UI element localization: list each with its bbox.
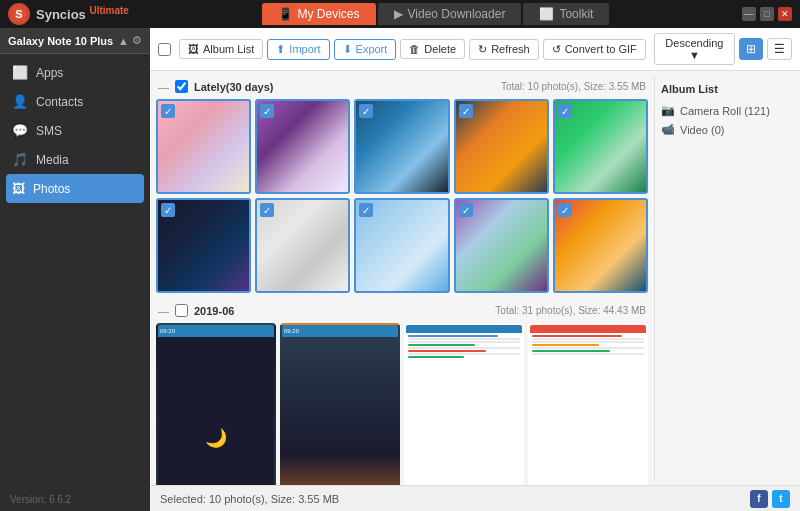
- album-lately-grid: ✓ ✓ ✓ ✓ ✓: [156, 99, 648, 293]
- collapse-2019-icon[interactable]: —: [158, 305, 169, 317]
- sidebar-item-contacts-label: Contacts: [36, 95, 83, 109]
- camera-icon: 📷: [661, 104, 675, 117]
- album-2019: — 2019-06 Total: 31 photo(s), Size: 44.4…: [156, 301, 648, 485]
- album-lately-header: — Lately(30 days) Total: 10 photo(s), Si…: [156, 77, 648, 96]
- main-container: Galaxy Note 10 Plus ▲ ⚙ ⬜ Apps 👤 Contact…: [0, 28, 800, 511]
- video-icon: 📹: [661, 123, 675, 136]
- twitter-button[interactable]: t: [772, 490, 790, 508]
- delete-label: Delete: [424, 43, 456, 55]
- album-lately: — Lately(30 days) Total: 10 photo(s), Si…: [156, 77, 648, 293]
- photo-thumb[interactable]: ✓: [454, 198, 549, 293]
- camera-roll-label: Camera Roll (121): [680, 105, 770, 117]
- album-list-label: Album List: [203, 43, 254, 55]
- photo-checkmark: ✓: [260, 203, 274, 217]
- sidebar-nav: ⬜ Apps 👤 Contacts 💬 SMS 🎵 Media 🖼 Photos: [0, 54, 150, 488]
- tab-video-downloader[interactable]: ▶ Video Downloader: [378, 3, 522, 25]
- toolbar: 🖼 Album List ⬆ Import ⬇ Export 🗑 Delete …: [150, 28, 800, 71]
- photo-checkmark: ✓: [359, 104, 373, 118]
- sort-button[interactable]: Descending ▼: [654, 33, 735, 65]
- right-panel: Album List 📷 Camera Roll (121) 📹 Video (…: [654, 77, 794, 479]
- album-video[interactable]: 📹 Video (0): [661, 120, 788, 139]
- tab-my-devices[interactable]: 📱 My Devices: [262, 3, 376, 25]
- close-button[interactable]: ✕: [778, 7, 792, 21]
- screenshot-thumb[interactable]: [528, 323, 648, 485]
- facebook-button[interactable]: f: [750, 490, 768, 508]
- sidebar-item-sms-label: SMS: [36, 124, 62, 138]
- album-lately-checkbox[interactable]: [175, 80, 188, 93]
- photo-checkmark: ✓: [161, 203, 175, 217]
- photos-icon: 🖼: [12, 181, 25, 196]
- grid-view-button[interactable]: ⊞: [739, 38, 763, 60]
- album-2019-checkbox[interactable]: [175, 304, 188, 317]
- photo-thumb[interactable]: ✓: [354, 198, 449, 293]
- photo-checkmark: ✓: [161, 104, 175, 118]
- device-settings-button[interactable]: ⚙: [132, 34, 142, 47]
- photo-thumb[interactable]: ✓: [354, 99, 449, 194]
- collapse-lately-icon[interactable]: —: [158, 81, 169, 93]
- maximize-button[interactable]: □: [760, 7, 774, 21]
- apps-icon: ⬜: [12, 65, 28, 80]
- delete-icon: 🗑: [409, 43, 420, 55]
- album-camera-roll[interactable]: 📷 Camera Roll (121): [661, 101, 788, 120]
- device-actions: ▲ ⚙: [118, 34, 142, 47]
- select-all-checkbox[interactable]: [158, 43, 171, 56]
- refresh-button[interactable]: ↻ Refresh: [469, 39, 539, 60]
- delete-button[interactable]: 🗑 Delete: [400, 39, 465, 59]
- sidebar-item-contacts[interactable]: 👤 Contacts: [0, 87, 150, 116]
- tab-toolkit-label: Toolkit: [559, 7, 593, 21]
- tab-video-downloader-label: Video Downloader: [408, 7, 506, 21]
- photo-thumb[interactable]: ✓: [156, 99, 251, 194]
- photo-checkmark: ✓: [459, 203, 473, 217]
- app-logo: S: [8, 3, 30, 25]
- media-icon: 🎵: [12, 152, 28, 167]
- sidebar-item-media-label: Media: [36, 153, 69, 167]
- photo-thumb[interactable]: ✓: [454, 99, 549, 194]
- refresh-label: Refresh: [491, 43, 530, 55]
- screenshot-thumb[interactable]: [404, 323, 524, 485]
- device-up-button[interactable]: ▲: [118, 34, 129, 47]
- sidebar-item-media[interactable]: 🎵 Media: [0, 145, 150, 174]
- sidebar: Galaxy Note 10 Plus ▲ ⚙ ⬜ Apps 👤 Contact…: [0, 28, 150, 511]
- app-badge: Ultimate: [89, 5, 128, 16]
- list-view-button[interactable]: ☰: [767, 38, 792, 60]
- video-label: Video (0): [680, 124, 724, 136]
- refresh-icon: ↻: [478, 43, 487, 56]
- nav-tabs: 📱 My Devices ▶ Video Downloader ⬜ Toolki…: [262, 3, 610, 25]
- photos-container: — Lately(30 days) Total: 10 photo(s), Si…: [150, 71, 800, 485]
- photo-thumb[interactable]: ✓: [255, 99, 350, 194]
- status-selected: Selected: 10 photo(s), Size: 3.55 MB: [160, 493, 339, 505]
- sidebar-item-photos-label: Photos: [33, 182, 70, 196]
- photo-thumb[interactable]: ✓: [553, 198, 648, 293]
- photo-thumb[interactable]: ✓: [156, 198, 251, 293]
- photo-checkmark: ✓: [359, 203, 373, 217]
- photo-checkmark: ✓: [558, 203, 572, 217]
- export-button[interactable]: ⬇ Export: [334, 39, 397, 60]
- photo-thumb[interactable]: ✓: [255, 198, 350, 293]
- my-devices-icon: 📱: [278, 7, 293, 21]
- album-lately-total: Total: 10 photo(s), Size: 3.55 MB: [501, 81, 646, 92]
- convert-gif-button[interactable]: ↺ Convert to GIF: [543, 39, 646, 60]
- album-2019-grid: 09:20 🌙 09:20: [156, 323, 648, 485]
- album-list-button[interactable]: 🖼 Album List: [179, 39, 263, 59]
- sidebar-item-apps-label: Apps: [36, 66, 63, 80]
- convert-gif-label: Convert to GIF: [565, 43, 637, 55]
- album-2019-total: Total: 31 photo(s), Size: 44.43 MB: [495, 305, 646, 316]
- sidebar-item-photos[interactable]: 🖼 Photos: [6, 174, 144, 203]
- sidebar-item-apps[interactable]: ⬜ Apps: [0, 58, 150, 87]
- sms-icon: 💬: [12, 123, 28, 138]
- import-button[interactable]: ⬆ Import: [267, 39, 329, 60]
- minimize-button[interactable]: —: [742, 7, 756, 21]
- import-icon: ⬆: [276, 43, 285, 56]
- photo-grid-area: — Lately(30 days) Total: 10 photo(s), Si…: [156, 77, 648, 479]
- status-bar: Selected: 10 photo(s), Size: 3.55 MB f t: [150, 485, 800, 511]
- screenshot-thumb[interactable]: 09:20 🌙: [156, 323, 276, 485]
- tab-toolkit[interactable]: ⬜ Toolkit: [523, 3, 609, 25]
- export-label: Export: [356, 43, 388, 55]
- photo-thumb[interactable]: ✓: [553, 99, 648, 194]
- screenshot-thumb[interactable]: 09:20: [280, 323, 400, 485]
- video-downloader-icon: ▶: [394, 7, 403, 21]
- title-bar: S Syncios Ultimate 📱 My Devices ▶ Video …: [0, 0, 800, 28]
- contacts-icon: 👤: [12, 94, 28, 109]
- sidebar-item-sms[interactable]: 💬 SMS: [0, 116, 150, 145]
- device-name: Galaxy Note 10 Plus: [8, 35, 113, 47]
